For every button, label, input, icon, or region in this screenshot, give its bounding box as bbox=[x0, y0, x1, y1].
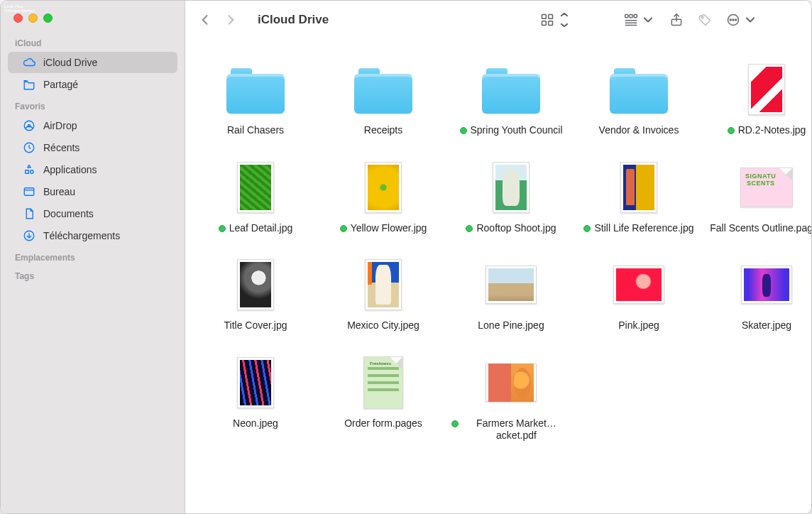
content-area[interactable]: Rail ChasersReceiptsSpring Youth Council… bbox=[185, 39, 812, 513]
svg-point-22 bbox=[735, 19, 737, 21]
svg-rect-12 bbox=[630, 14, 632, 17]
sidebar-item-documents[interactable]: Documents bbox=[8, 203, 177, 224]
tag-dot-green bbox=[466, 225, 473, 232]
apps-icon bbox=[22, 163, 36, 177]
svg-rect-13 bbox=[634, 14, 637, 17]
back-button[interactable] bbox=[198, 13, 212, 27]
image-thumbnail bbox=[493, 162, 530, 213]
file-item[interactable]: Receipts bbox=[323, 60, 444, 137]
sidebar-item-label: Récents bbox=[43, 142, 79, 153]
tag-dot-green bbox=[451, 420, 459, 427]
view-mode-button[interactable] bbox=[540, 13, 571, 27]
folder-icon bbox=[610, 65, 668, 114]
file-label: Order form.pages bbox=[344, 417, 422, 430]
pages-doc-icon bbox=[740, 168, 793, 207]
file-label: Neon.jpeg bbox=[233, 417, 278, 430]
file-item[interactable]: FreshnessOrder form.pages bbox=[323, 354, 444, 442]
shared-folder-icon bbox=[22, 77, 36, 92]
file-item[interactable]: Neon.jpeg bbox=[195, 354, 316, 442]
image-thumbnail bbox=[237, 259, 274, 310]
file-item[interactable]: Fall Scents Outline.pages bbox=[706, 158, 812, 235]
sidebar-section-label: Emplacements bbox=[1, 247, 185, 266]
share-button[interactable] bbox=[669, 13, 684, 27]
sidebar-section-label: Tags bbox=[1, 266, 185, 284]
forward-button[interactable] bbox=[224, 13, 238, 27]
file-item[interactable]: Yellow Flower.jpg bbox=[323, 158, 444, 235]
folder-icon bbox=[226, 65, 285, 114]
file-item[interactable]: Vendor & Invoices bbox=[578, 60, 699, 137]
tags-button[interactable] bbox=[698, 13, 712, 27]
image-thumbnail bbox=[365, 162, 402, 213]
image-thumbnail bbox=[613, 266, 664, 304]
sidebar-item-desktop[interactable]: Bureau bbox=[8, 181, 177, 202]
pdf-icon: Lone PineFarmers Market bbox=[485, 363, 537, 402]
file-item[interactable]: Rooftop Shoot.jpg bbox=[451, 158, 571, 235]
file-label: Yellow Flower.jpg bbox=[351, 222, 427, 235]
window-zoom-button[interactable] bbox=[43, 13, 53, 23]
main-pane: iCloud Drive bbox=[185, 1, 812, 513]
sidebar-item-label: Téléchargements bbox=[43, 230, 120, 241]
tag-dot-green bbox=[340, 225, 347, 232]
file-label: Spring Youth Council bbox=[471, 124, 563, 137]
sidebar-section-label: iCloud bbox=[1, 33, 185, 51]
file-label: Fall Scents Outline.pages bbox=[710, 222, 812, 235]
tag-dot-green bbox=[583, 225, 591, 232]
window-minimize-button[interactable] bbox=[28, 13, 38, 23]
svg-point-21 bbox=[733, 19, 734, 21]
file-item[interactable]: Title Cover.jpg bbox=[195, 256, 316, 332]
folder-icon bbox=[482, 65, 540, 114]
window-close-button[interactable] bbox=[13, 13, 23, 23]
tag-dot-green bbox=[219, 225, 226, 232]
group-by-button[interactable] bbox=[624, 13, 655, 27]
svg-rect-7 bbox=[542, 14, 547, 18]
toolbar: iCloud Drive bbox=[185, 1, 812, 39]
sidebar-item-downloads[interactable]: Téléchargements bbox=[8, 225, 177, 246]
file-item[interactable]: Skater.jpeg bbox=[706, 256, 812, 332]
airdrop-icon bbox=[22, 119, 36, 133]
folder-icon bbox=[354, 65, 412, 114]
download-icon bbox=[22, 229, 36, 243]
svg-rect-11 bbox=[625, 14, 628, 17]
file-label: Vendor & Invoices bbox=[599, 124, 679, 137]
sidebar: iCloudiCloud DrivePartagéFavorisAirDropR… bbox=[1, 1, 185, 513]
sidebar-item-label: Bureau bbox=[43, 186, 75, 197]
file-item[interactable]: RD.2-Notes.jpg bbox=[706, 60, 812, 137]
file-label: Leaf Detail.jpg bbox=[229, 222, 293, 235]
svg-rect-9 bbox=[542, 21, 547, 25]
file-item[interactable]: Still Life Reference.jpg bbox=[578, 158, 699, 235]
sidebar-item-label: Applications bbox=[43, 164, 97, 175]
sidebar-item-recents[interactable]: Récents bbox=[8, 137, 177, 158]
file-label: Skater.jpeg bbox=[742, 319, 791, 332]
sidebar-item-applications[interactable]: Applications bbox=[8, 159, 177, 180]
sidebar-item-label: Partagé bbox=[43, 79, 78, 90]
sidebar-item-shared[interactable]: Partagé bbox=[8, 74, 177, 95]
file-label: Receipts bbox=[364, 124, 402, 137]
finder-window: iCloudiCloud DrivePartagéFavorisAirDropR… bbox=[0, 0, 812, 514]
location-title: iCloud Drive bbox=[258, 13, 329, 27]
file-label: Still Life Reference.jpg bbox=[594, 222, 693, 235]
tag-dot-green bbox=[728, 127, 735, 134]
image-thumbnail bbox=[741, 266, 792, 304]
sidebar-item-icloud-drive[interactable]: iCloud Drive bbox=[8, 52, 177, 73]
file-item[interactable]: Lone Pine.jpeg bbox=[451, 256, 571, 332]
svg-rect-8 bbox=[549, 14, 553, 18]
sidebar-item-label: AirDrop bbox=[43, 120, 77, 131]
file-item[interactable]: Rail Chasers bbox=[195, 60, 316, 137]
image-thumbnail bbox=[237, 357, 274, 408]
file-label: Mexico City.jpeg bbox=[347, 319, 419, 332]
file-label: RD.2-Notes.jpg bbox=[738, 124, 806, 137]
file-item[interactable]: Lone PineFarmers MarketFarmers Market…ac… bbox=[451, 354, 571, 442]
file-item[interactable]: Pink.jpeg bbox=[578, 256, 699, 332]
sidebar-section-label: Favoris bbox=[1, 96, 185, 114]
file-item[interactable]: Mexico City.jpeg bbox=[323, 256, 444, 332]
file-label: Rail Chasers bbox=[227, 124, 284, 137]
file-label: Pink.jpeg bbox=[618, 319, 659, 332]
svg-rect-4 bbox=[24, 188, 34, 196]
desktop-icon bbox=[22, 185, 36, 199]
more-actions-button[interactable] bbox=[726, 13, 757, 27]
sidebar-item-airdrop[interactable]: AirDrop bbox=[8, 115, 177, 136]
file-label: Lone Pine.jpeg bbox=[478, 319, 544, 332]
file-item[interactable]: Spring Youth Council bbox=[451, 60, 571, 137]
file-item[interactable]: Leaf Detail.jpg bbox=[195, 158, 316, 235]
sidebar-item-label: Documents bbox=[43, 208, 94, 219]
